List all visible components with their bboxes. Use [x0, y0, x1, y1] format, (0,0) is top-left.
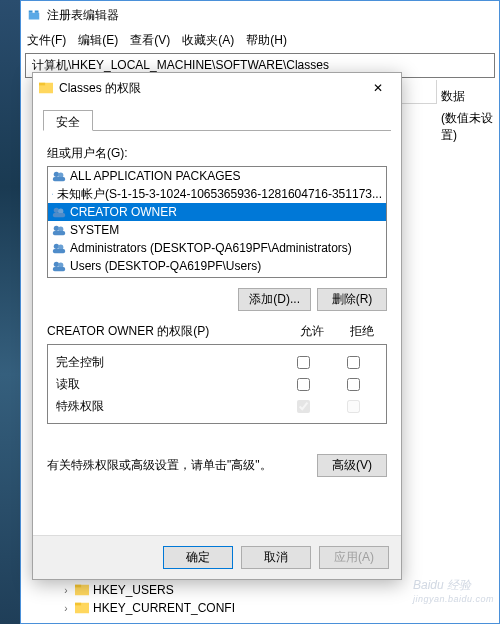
svg-rect-1: [29, 13, 40, 20]
remove-button[interactable]: 删除(R): [317, 288, 387, 311]
svg-rect-15: [53, 177, 65, 181]
svg-rect-21: [53, 213, 65, 217]
svg-rect-2: [35, 11, 39, 13]
svg-rect-30: [53, 267, 65, 271]
svg-point-28: [54, 262, 59, 267]
tree-hkey-cc[interactable]: › HKEY_CURRENT_CONFI: [61, 599, 235, 617]
allow-special-checkbox: [297, 400, 310, 413]
user-entry[interactable]: Administrators (DESKTOP-QA619PF\Administ…: [48, 239, 386, 257]
registry-title-text: 注册表编辑器: [47, 7, 119, 24]
permissions-listbox: 完全控制 读取 特殊权限: [47, 344, 387, 424]
perm-row-special: 特殊权限: [56, 395, 378, 417]
tab-strip: 安全: [43, 109, 391, 131]
group-users-label: 组或用户名(G):: [47, 145, 387, 162]
col-deny: 拒绝: [337, 323, 387, 340]
svg-point-25: [54, 244, 59, 249]
svg-point-22: [54, 226, 59, 231]
menu-help[interactable]: 帮助(H): [246, 32, 287, 49]
svg-rect-24: [53, 231, 65, 235]
col-allow: 允许: [287, 323, 337, 340]
svg-rect-10: [75, 603, 81, 606]
col-data[interactable]: 数据: [441, 88, 465, 105]
user-entry[interactable]: Users (DESKTOP-QA619PF\Users): [48, 257, 386, 275]
allow-read-checkbox[interactable]: [297, 378, 310, 391]
perm-label: 完全控制: [56, 354, 278, 371]
data-placeholder: (数值未设置): [441, 110, 499, 144]
permissions-header: CREATOR OWNER 的权限(P) 允许 拒绝: [47, 323, 387, 340]
registry-menubar[interactable]: 文件(F) 编辑(E) 查看(V) 收藏夹(A) 帮助(H): [21, 29, 499, 51]
user-entry-label: Administrators (DESKTOP-QA619PF\Administ…: [70, 241, 352, 255]
users-icon: [52, 224, 66, 236]
user-entry-label: SYSTEM: [70, 223, 119, 237]
users-icon: [52, 206, 66, 218]
tab-security[interactable]: 安全: [43, 110, 93, 131]
perm-row-read: 读取: [56, 373, 378, 395]
menu-edit[interactable]: 编辑(E): [78, 32, 118, 49]
folder-icon: [39, 82, 53, 94]
close-button[interactable]: ✕: [361, 77, 395, 99]
users-icon: [52, 242, 66, 254]
deny-special-checkbox: [347, 400, 360, 413]
folder-icon: [75, 602, 89, 614]
permissions-for-label: CREATOR OWNER 的权限(P): [47, 323, 287, 340]
apply-button[interactable]: 应用(A): [319, 546, 389, 569]
user-entry[interactable]: SYSTEM: [48, 221, 386, 239]
advanced-button[interactable]: 高级(V): [317, 454, 387, 477]
allow-full-checkbox[interactable]: [297, 356, 310, 369]
regedit-icon: [27, 9, 41, 21]
permissions-dialog: Classes 的权限 ✕ 安全 组或用户名(G): ALL APPLICATI…: [32, 72, 402, 580]
user-entry-label: CREATOR OWNER: [70, 205, 177, 219]
user-entry[interactable]: 未知帐户(S-1-15-3-1024-1065365936-1281604716…: [48, 185, 386, 203]
tree-label: HKEY_USERS: [93, 583, 174, 597]
menu-file[interactable]: 文件(F): [27, 32, 66, 49]
deny-read-checkbox[interactable]: [347, 378, 360, 391]
svg-rect-0: [29, 11, 33, 13]
menu-view[interactable]: 查看(V): [130, 32, 170, 49]
dialog-title: Classes 的权限: [59, 80, 361, 97]
tree-label: HKEY_CURRENT_CONFI: [93, 601, 235, 615]
users-icon: [52, 260, 66, 272]
user-entry[interactable]: ALL APPLICATION PACKAGES: [48, 167, 386, 185]
perm-row-full: 完全控制: [56, 351, 378, 373]
dialog-titlebar: Classes 的权限 ✕: [33, 73, 401, 103]
tree-hkey-users[interactable]: › HKEY_USERS: [61, 581, 235, 599]
cancel-button[interactable]: 取消: [241, 546, 311, 569]
close-icon: ✕: [373, 81, 383, 95]
svg-point-19: [54, 208, 59, 213]
perm-label: 特殊权限: [56, 398, 278, 415]
users-listbox[interactable]: ALL APPLICATION PACKAGES未知帐户(S-1-15-3-10…: [47, 166, 387, 278]
users-icon: [52, 188, 53, 200]
tree-toggle-icon[interactable]: ›: [61, 603, 71, 614]
add-button[interactable]: 添加(D)...: [238, 288, 311, 311]
desktop-wallpaper-strip: [0, 0, 20, 624]
folder-icon: [75, 584, 89, 596]
svg-point-13: [54, 172, 59, 177]
deny-full-checkbox[interactable]: [347, 356, 360, 369]
user-entry-label: ALL APPLICATION PACKAGES: [70, 169, 241, 183]
dialog-footer: 确定 取消 应用(A): [33, 535, 401, 579]
svg-rect-8: [75, 585, 81, 588]
tree-toggle-icon[interactable]: ›: [61, 585, 71, 596]
user-entry-label: Users (DESKTOP-QA619PF\Users): [70, 259, 261, 273]
users-icon: [52, 170, 66, 182]
menu-favorites[interactable]: 收藏夹(A): [182, 32, 234, 49]
ok-button[interactable]: 确定: [163, 546, 233, 569]
registry-titlebar: 注册表编辑器: [21, 1, 499, 29]
user-entry-label: 未知帐户(S-1-15-3-1024-1065365936-1281604716…: [57, 186, 382, 203]
svg-rect-12: [39, 83, 45, 86]
svg-rect-27: [53, 249, 65, 253]
advanced-hint-text: 有关特殊权限或高级设置，请单击"高级"。: [47, 457, 307, 474]
perm-label: 读取: [56, 376, 278, 393]
user-entry[interactable]: CREATOR OWNER: [48, 203, 386, 221]
